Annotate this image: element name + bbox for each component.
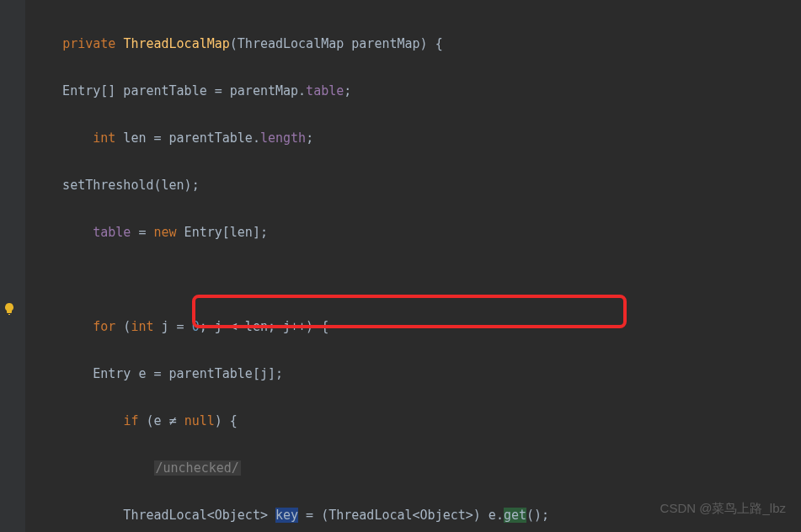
code-line: for (int j = 0; j < len; j++) {	[32, 315, 801, 338]
code-line: Entry[] parentTable = parentMap.table;	[32, 79, 801, 103]
code-line: int len = parentTable.length;	[32, 126, 801, 150]
code-line: private ThreadLocalMap(ThreadLocalMap pa…	[32, 32, 801, 56]
code-line: Entry e = parentTable[j];	[32, 362, 801, 386]
code-line: if (e ≠ null) {	[32, 409, 801, 433]
code-line: table = new Entry[len];	[32, 221, 801, 244]
code-line: setThreshold(len);	[32, 173, 801, 197]
intention-bulb-icon[interactable]	[3, 300, 16, 313]
code-editor[interactable]: private ThreadLocalMap(ThreadLocalMap pa…	[0, 0, 801, 532]
code-line	[32, 268, 801, 291]
code-line: /unchecked/	[32, 456, 801, 480]
watermark-text: CSDN @菜鸟上路_lbz	[660, 497, 786, 520]
